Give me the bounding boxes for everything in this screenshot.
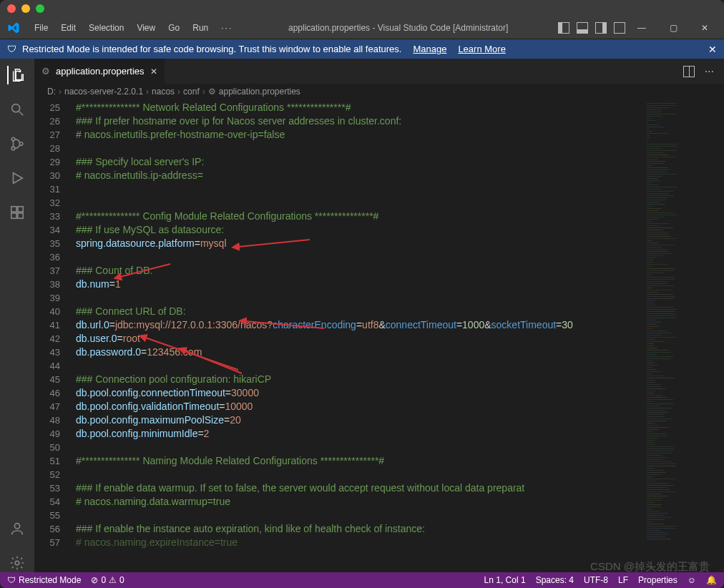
shield-icon: 🛡: [7, 44, 16, 54]
svg-point-3: [19, 142, 23, 146]
toggle-panel-icon[interactable]: [577, 22, 588, 34]
status-problems[interactable]: ⊘0 ⚠0: [91, 575, 124, 585]
explorer-icon[interactable]: [7, 66, 26, 84]
menu-run[interactable]: Run: [187, 21, 214, 35]
status-eol[interactable]: LF: [618, 575, 628, 585]
window-title: application.properties - Visual Studio C…: [240, 23, 557, 33]
window-controls-mac: [7, 4, 44, 13]
breadcrumb-folder[interactable]: nacos: [152, 87, 175, 97]
workbench: ⚙ application.properties ✕ ··· D:› nacos…: [0, 59, 724, 572]
toggle-primary-sidebar-icon[interactable]: [558, 22, 569, 34]
banner-manage-link[interactable]: Manage: [413, 44, 446, 54]
editor-tabs: ⚙ application.properties ✕ ···: [34, 59, 724, 84]
status-encoding[interactable]: UTF-8: [584, 575, 608, 585]
minimize-dot[interactable]: [21, 4, 30, 13]
activity-bar: [0, 59, 34, 572]
menu-edit[interactable]: Edit: [55, 21, 82, 35]
close-dot[interactable]: [7, 4, 16, 13]
close-button[interactable]: ✕: [690, 23, 720, 33]
gear-icon: ⚙: [208, 87, 216, 97]
svg-rect-4: [11, 207, 16, 212]
menubar: File Edit Selection View Go Run ··· appl…: [0, 17, 724, 39]
minimize-button[interactable]: —: [627, 23, 657, 33]
svg-point-1: [11, 137, 15, 141]
svg-rect-7: [18, 207, 23, 212]
error-icon: ⊘: [91, 575, 98, 585]
menu-more[interactable]: ···: [215, 21, 238, 35]
run-debug-icon[interactable]: [8, 169, 26, 187]
warning-icon: ⚠: [109, 575, 117, 585]
menu-view[interactable]: View: [131, 21, 161, 35]
maximize-dot[interactable]: [36, 4, 44, 13]
manage-gear-icon[interactable]: [8, 554, 26, 572]
editor-area: ⚙ application.properties ✕ ··· D:› nacos…: [34, 59, 724, 572]
svg-point-9: [15, 561, 19, 565]
source-control-icon[interactable]: [8, 134, 26, 153]
status-restricted[interactable]: 🛡Restricted Mode: [7, 575, 81, 585]
breadcrumb-drive[interactable]: D:: [47, 87, 56, 97]
tab-close-icon[interactable]: ✕: [150, 67, 157, 77]
code-content[interactable]: #*************** Network Related Configu…: [70, 99, 645, 572]
banner-close-icon[interactable]: ✕: [708, 44, 717, 55]
menu-selection[interactable]: Selection: [83, 21, 129, 35]
svg-point-8: [14, 524, 19, 529]
breadcrumb-folder[interactable]: nacos-server-2.2.0.1: [64, 87, 143, 97]
feedback-icon[interactable]: ☺: [688, 575, 696, 585]
status-bar: 🛡Restricted Mode ⊘0 ⚠0 Ln 1, Col 1 Space…: [0, 572, 724, 588]
split-editor-icon[interactable]: [683, 66, 695, 77]
tab-application-properties[interactable]: ⚙ application.properties ✕: [34, 59, 165, 84]
layout-controls: [558, 22, 625, 34]
notifications-icon[interactable]: 🔔: [706, 575, 717, 585]
menu-file[interactable]: File: [29, 21, 54, 35]
line-number-gutter: 2526272829303132333435363738394041424344…: [34, 99, 70, 572]
minimap[interactable]: ▪▪▪▪▪▪▪▪▪▪▪▪▪▪▪▪▪▪▪▪▪▪▪▪▪▪▪▪▪▪▪▪▪▪▪▪▪▪▪▪…: [645, 99, 724, 572]
banner-learn-link[interactable]: Learn More: [458, 44, 505, 54]
restricted-mode-banner: 🛡 Restricted Mode is intended for safe c…: [0, 39, 724, 59]
vscode-logo-icon: [7, 21, 20, 34]
status-cursor[interactable]: Ln 1, Col 1: [484, 575, 526, 585]
svg-point-2: [11, 147, 15, 150]
status-indent[interactable]: Spaces: 4: [536, 575, 574, 585]
tab-label: application.properties: [56, 66, 145, 77]
shield-icon: 🛡: [7, 575, 16, 585]
more-actions-icon[interactable]: ···: [705, 65, 714, 78]
breadcrumb-file[interactable]: application.properties: [219, 87, 300, 97]
toggle-secondary-sidebar-icon[interactable]: [595, 22, 607, 34]
svg-rect-6: [18, 213, 23, 218]
breadcrumb[interactable]: D:› nacos-server-2.2.0.1› nacos› conf› ⚙…: [34, 84, 724, 99]
maximize-button[interactable]: ▢: [658, 23, 688, 33]
breadcrumb-folder[interactable]: conf: [183, 87, 200, 97]
accounts-icon[interactable]: [8, 519, 26, 538]
titlebar: [0, 0, 724, 17]
status-language[interactable]: Properties: [638, 575, 677, 585]
svg-rect-5: [11, 213, 16, 218]
customize-layout-icon[interactable]: [614, 22, 625, 34]
properties-file-icon: ⚙: [41, 66, 50, 77]
svg-point-0: [12, 104, 20, 112]
banner-text: Restricted Mode is intended for safe cod…: [22, 44, 401, 54]
menu-go[interactable]: Go: [162, 21, 185, 35]
text-editor[interactable]: 2526272829303132333435363738394041424344…: [34, 99, 724, 572]
search-icon[interactable]: [8, 100, 26, 119]
extensions-icon[interactable]: [8, 203, 26, 222]
